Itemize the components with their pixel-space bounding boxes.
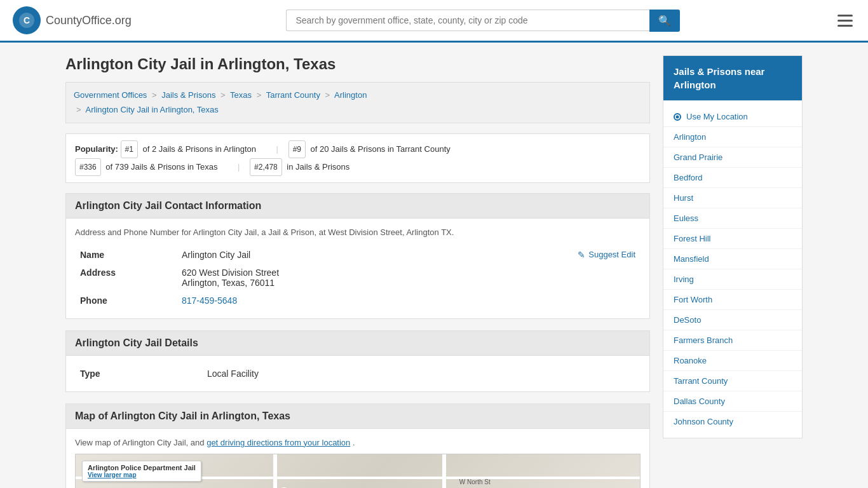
search-area: 🔍	[286, 10, 680, 32]
map-section-body: View map of Arlington City Jail, and get…	[65, 429, 650, 488]
contact-name-label: Name	[75, 246, 177, 264]
menu-button[interactable]	[835, 12, 855, 29]
sidebar-link-euless[interactable]: Euless	[663, 208, 802, 229]
sidebar-link-mansfield[interactable]: Mansfield	[663, 249, 802, 269]
sidebar-card-body: Use My Location Arlington Grand Prairie …	[663, 100, 802, 438]
map-desc-end: .	[353, 438, 355, 447]
map-description: View map of Arlington City Jail, and get…	[75, 438, 641, 447]
pop-badge-1: #1	[121, 140, 138, 158]
breadcrumb-sep-3: >	[257, 90, 262, 100]
breadcrumb-link-tarrant[interactable]: Tarrant County	[266, 90, 320, 100]
menu-line-2	[837, 20, 853, 22]
logo-name: CountyOffice	[46, 14, 112, 27]
breadcrumb-link-texas[interactable]: Texas	[230, 90, 252, 100]
popularity-label: Popularity:	[75, 144, 118, 154]
sidebar-link-hurst[interactable]: Hurst	[663, 188, 802, 208]
breadcrumb-link-arlington[interactable]: Arlington	[334, 90, 367, 100]
map-embed[interactable]: Arlington Police Department Jail View la…	[75, 454, 641, 488]
popularity-item-3: #336 of 739 Jails & Prisons in Texas	[75, 158, 217, 176]
popularity-item-1: #1 of 2 Jails & Prisons in Arlington	[121, 140, 256, 158]
map-directions-link[interactable]: get driving directions from your locatio…	[207, 438, 350, 447]
map-pin	[276, 485, 291, 488]
breadcrumb-link-current[interactable]: Arlington City Jail in Arlington, Texas	[86, 105, 219, 114]
sidebar-link-dallas-county[interactable]: Dallas County	[663, 391, 802, 412]
contact-address-line1: 620 West Division Street	[182, 268, 635, 278]
sidebar-use-location-label: Use My Location	[686, 112, 748, 121]
pop-sep-1: |	[276, 144, 278, 154]
map-visual: Arlington Police Department Jail View la…	[76, 454, 640, 488]
map-label-text: Arlington Police Department Jail	[88, 464, 196, 471]
page-container: Arlington City Jail in Arlington, Texas …	[53, 43, 815, 488]
breadcrumb-sep-2: >	[220, 90, 226, 100]
contact-table: Name Arlington City Jail ✎ Suggest Edit …	[75, 246, 641, 309]
pop-sep-2: |	[238, 162, 240, 172]
map-label-box: Arlington Police Department Jail View la…	[82, 461, 201, 482]
contact-address-label: Address	[75, 264, 177, 292]
sidebar-link-grand-prairie[interactable]: Grand Prairie	[663, 147, 802, 168]
location-dot-icon	[674, 113, 681, 121]
logo-suffix: .org	[112, 14, 132, 27]
sidebar-link-johnson-county[interactable]: Johnson County	[663, 412, 802, 431]
contact-name-row: Name Arlington City Jail ✎ Suggest Edit	[75, 246, 641, 264]
contact-address-row: Address 620 West Division Street Arlingt…	[75, 264, 641, 292]
contact-phone-link[interactable]: 817-459-5648	[182, 295, 237, 306]
sidebar-link-roanoke[interactable]: Roanoke	[663, 351, 802, 371]
contact-address-value: 620 West Division Street Arlington, Texa…	[177, 264, 641, 292]
suggest-edit-link[interactable]: ✎ Suggest Edit	[578, 250, 635, 260]
menu-line-3	[837, 25, 853, 27]
pop-badge-3: #336	[75, 158, 101, 176]
details-table: Type Local Facility	[75, 365, 641, 383]
sidebar: Jails & Prisons near Arlington Use My Lo…	[663, 55, 803, 488]
contact-address-line2: Arlington, Texas, 76011	[182, 278, 635, 288]
site-header: C CountyOffice.org 🔍	[0, 0, 868, 43]
map-view-larger[interactable]: View larger map	[88, 471, 196, 478]
details-type-label: Type	[75, 365, 202, 383]
search-button[interactable]: 🔍	[649, 10, 680, 32]
popularity-item-4: #2,478 in Jails & Prisons	[250, 158, 349, 176]
sidebar-link-bedford[interactable]: Bedford	[663, 168, 802, 188]
breadcrumb-sep-1: >	[152, 90, 157, 100]
map-road-vertical-1	[273, 454, 277, 488]
breadcrumb-link-jails[interactable]: Jails & Prisons	[161, 90, 215, 100]
details-type-row: Type Local Facility	[75, 365, 641, 383]
contact-section-body: Address and Phone Number for Arlington C…	[65, 219, 650, 319]
sidebar-card-header: Jails & Prisons near Arlington	[663, 56, 802, 100]
sidebar-link-farmers-branch[interactable]: Farmers Branch	[663, 330, 802, 351]
sidebar-link-arlington[interactable]: Arlington	[663, 127, 802, 147]
location-dot-inner	[676, 115, 679, 118]
sidebar-use-location[interactable]: Use My Location	[663, 107, 802, 127]
breadcrumb: Government Offices > Jails & Prisons > T…	[65, 82, 650, 123]
suggest-edit-label: Suggest Edit	[588, 250, 635, 259]
details-section-body: Type Local Facility	[65, 356, 650, 392]
logo-icon: C	[13, 6, 41, 34]
details-section-header: Arlington City Jail Details	[65, 330, 650, 356]
svg-text:C: C	[24, 15, 30, 25]
contact-phone-row: Phone 817-459-5648	[75, 292, 641, 309]
pop-badge-2: #9	[288, 140, 306, 158]
map-street-label-2: W North St	[459, 478, 491, 485]
map-road-vertical-2	[442, 454, 446, 488]
search-input[interactable]	[286, 10, 649, 31]
map-desc-start: View map of Arlington City Jail, and	[75, 438, 207, 447]
popularity-bar: Popularity: #1 of 2 Jails & Prisons in A…	[65, 133, 650, 183]
pop-badge-4: #2,478	[250, 158, 282, 176]
contact-phone-label: Phone	[75, 292, 177, 309]
contact-phone-value: 817-459-5648	[177, 292, 641, 309]
suggest-edit-icon: ✎	[578, 250, 585, 260]
contact-name-value: Arlington City Jail ✎ Suggest Edit	[177, 246, 641, 264]
sidebar-link-tarrant-county[interactable]: Tarrant County	[663, 371, 802, 391]
contact-name-text: Arlington City Jail	[182, 250, 250, 260]
breadcrumb-sep-5: >	[76, 105, 81, 114]
contact-description: Address and Phone Number for Arlington C…	[75, 227, 641, 237]
sidebar-link-forest-hill[interactable]: Forest Hill	[663, 229, 802, 249]
sidebar-link-irving[interactable]: Irving	[663, 269, 802, 290]
page-title: Arlington City Jail in Arlington, Texas	[65, 55, 650, 73]
details-type-value: Local Facility	[202, 365, 641, 383]
logo-area: C CountyOffice.org	[13, 6, 132, 34]
logo-text: CountyOffice.org	[46, 14, 132, 27]
breadcrumb-link-gov-offices[interactable]: Government Offices	[74, 90, 147, 100]
popularity-item-2: #9 of 20 Jails & Prisons in Tarrant Coun…	[288, 140, 451, 158]
sidebar-link-desoto[interactable]: DeSoto	[663, 310, 802, 330]
sidebar-card: Jails & Prisons near Arlington Use My Lo…	[663, 55, 803, 438]
sidebar-link-fort-worth[interactable]: Fort Worth	[663, 290, 802, 310]
